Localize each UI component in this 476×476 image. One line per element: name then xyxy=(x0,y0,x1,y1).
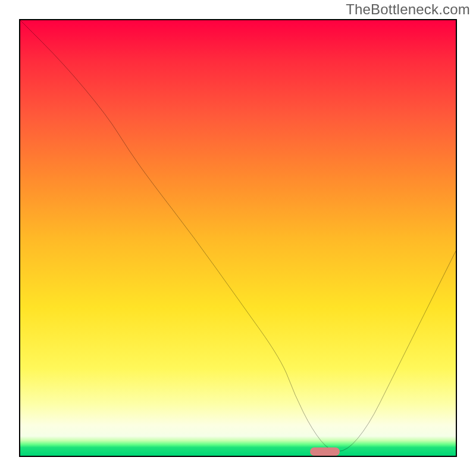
bottleneck-curve xyxy=(20,20,456,456)
chart-canvas: TheBottleneck.com xyxy=(0,0,476,476)
optimal-point-marker xyxy=(310,447,340,456)
watermark-text: TheBottleneck.com xyxy=(346,1,470,18)
plot-frame xyxy=(19,19,457,457)
